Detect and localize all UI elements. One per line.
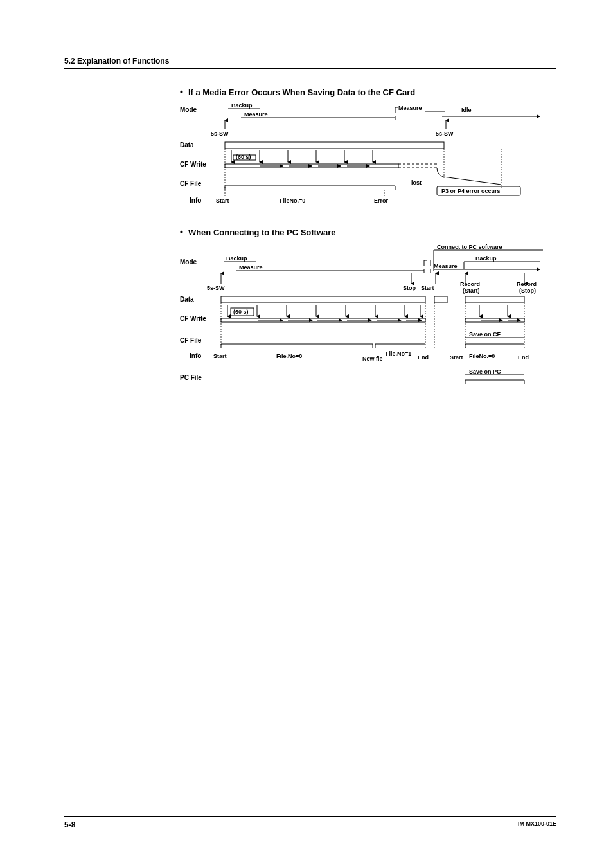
label-cfwrite2: CF Write: [180, 315, 206, 322]
svg-rect-54: [434, 296, 447, 303]
bullet-2: • When Connecting to the PC Software: [180, 227, 556, 237]
diagram-1: Mode Data CF Write CF File Info Backup M…: [180, 101, 556, 210]
d2-sixty: (60 s): [233, 309, 249, 315]
label-info2: Info: [190, 352, 201, 359]
page-number: 5-8: [64, 820, 75, 829]
svg-rect-55: [465, 296, 524, 303]
d1-lost: lost: [411, 179, 422, 186]
d1-sw1: 5s-SW: [211, 131, 229, 137]
d2-sw: 5s-SW: [207, 285, 225, 291]
d2-backup2: Backup: [475, 255, 497, 262]
doc-id: IM MX100-01E: [518, 820, 556, 829]
d1-start: Start: [216, 197, 229, 204]
label-mode2: Mode: [180, 258, 197, 266]
d2-measure2: Measure: [434, 263, 458, 269]
label-data: Data: [180, 141, 194, 149]
svg-rect-53: [221, 296, 425, 303]
bullet-icon: •: [180, 87, 183, 97]
d2-fn0b: FileNo.=0: [469, 353, 495, 359]
d2-fn0: File.No=0: [276, 353, 302, 359]
d2-end2: End: [518, 354, 529, 361]
label-mode: Mode: [180, 106, 197, 113]
d1-fileno: FileNo.=0: [280, 197, 305, 204]
d2-connect: Connect to PC software: [437, 244, 502, 250]
d2-start: Start: [213, 353, 227, 359]
d1-errorbox: P3 or P4 error occurs: [441, 188, 501, 194]
label-pcfile: PC File: [180, 374, 202, 381]
d2-stop: Stop: [403, 285, 416, 291]
d2-savecf: Save on CF: [469, 331, 501, 338]
d2-recstart: Record: [460, 281, 480, 287]
d1-measure: Measure: [244, 111, 268, 118]
label-cfwrite: CF Write: [180, 161, 206, 168]
d2-start3: Start: [450, 354, 463, 361]
bullet-1-text: If a Media Error Occurs When Saving Data…: [188, 87, 415, 97]
bullet-2-text: When Connecting to the PC Software: [188, 228, 336, 237]
d2-newfie: New fie: [362, 356, 383, 362]
svg-rect-9: [225, 142, 444, 149]
bullet-icon: •: [180, 227, 183, 237]
label-cffile2: CF File: [180, 337, 202, 344]
d2-fn1: File.No=1: [386, 350, 411, 357]
footer: 5-8 IM MX100-01E: [64, 816, 556, 829]
d2-end: End: [418, 354, 429, 361]
d2-backup: Backup: [226, 255, 247, 262]
label-cffile: CF File: [180, 180, 202, 187]
d2-recstop2: (Stop): [519, 287, 536, 294]
d1-backup: Backup: [231, 102, 253, 109]
d2-savepc: Save on PC: [469, 368, 501, 375]
d2-start2: Start: [421, 285, 434, 291]
label-data2: Data: [180, 296, 194, 303]
section-header: 5.2 Explanation of Functions: [64, 57, 556, 69]
d2-measure: Measure: [239, 264, 263, 271]
d1-sw2: 5s-SW: [436, 131, 454, 137]
diagram-2: Mode Data CF Write CF File Info PC File …: [180, 241, 556, 389]
d1-measure2: Measure: [398, 105, 422, 111]
d1-idle: Idle: [461, 107, 472, 113]
d2-recstart2: (Start): [463, 287, 480, 294]
d1-error: Error: [374, 197, 389, 204]
d2-recstop: Record: [517, 281, 537, 287]
bullet-1: • If a Media Error Occurs When Saving Da…: [180, 87, 556, 97]
label-info: Info: [190, 197, 201, 204]
